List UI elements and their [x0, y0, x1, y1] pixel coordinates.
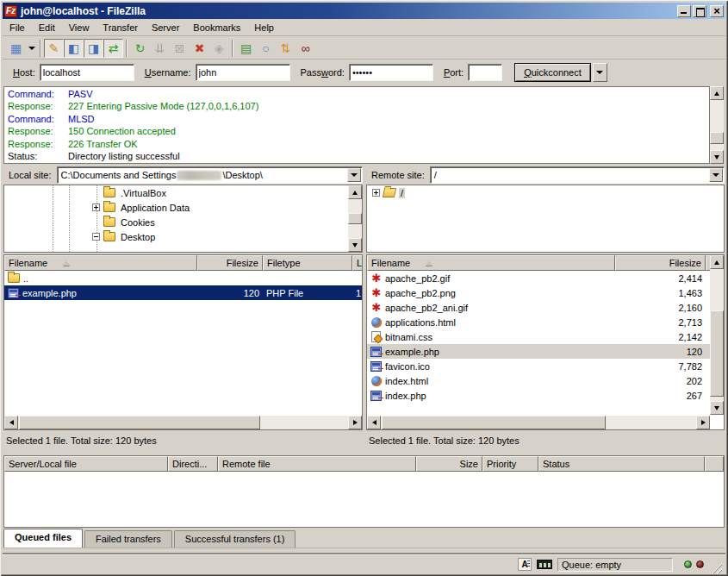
scrollbar-thumb[interactable] [710, 132, 724, 144]
file-cell [352, 271, 362, 285]
tab-failed-transfers[interactable]: Failed transfers [84, 530, 172, 548]
username-field[interactable] [196, 64, 290, 81]
scrollbar-thumb[interactable] [710, 310, 724, 397]
filename-text: apache_pb2.gif [385, 273, 450, 284]
host-label-accel: H [13, 67, 20, 78]
toggle-transfer-queue-button[interactable]: ⇄ [103, 39, 123, 58]
queue-column-priority[interactable]: Priority [482, 456, 538, 472]
menu-server[interactable]: Server [145, 21, 186, 34]
directory-comparison-button[interactable]: ○ [256, 39, 276, 58]
file-row[interactable]: bitnami.css2,142 [367, 329, 710, 344]
collapse-icon[interactable] [92, 233, 100, 241]
queue-column-status[interactable]: Status [538, 456, 705, 472]
column-header-filesize[interactable]: Filesize [615, 255, 706, 271]
local-list-hscrollbar[interactable] [4, 416, 362, 429]
expand-icon[interactable] [372, 189, 380, 197]
column-header-l[interactable]: L [352, 255, 363, 271]
remote-list-vscrollbar[interactable] [710, 255, 724, 415]
tree-item[interactable]: Cookies [4, 215, 362, 229]
tab-successful-transfers-[interactable]: Successful transfers (1) [174, 530, 296, 548]
tree-item[interactable]: / [367, 185, 724, 200]
disconnect-button[interactable]: ✖ [190, 39, 209, 58]
local-site-combo[interactable]: C:\Documents and Settings\Desktop\ [57, 166, 363, 184]
menu-file[interactable]: File [3, 21, 32, 34]
maximize-button[interactable] [693, 5, 706, 17]
expand-icon[interactable] [92, 203, 100, 211]
refresh-button[interactable]: ↻ [130, 39, 150, 58]
file-row[interactable]: apache_pb2.png1,463 [367, 285, 710, 300]
tree-item[interactable]: .VirtualBox [4, 185, 362, 200]
resize-grip[interactable] [711, 562, 722, 573]
menu-view[interactable]: View [62, 21, 96, 34]
window-title: john@localhost - FileZilla [21, 5, 675, 17]
toggle-remote-tree-button[interactable]: ◨ [84, 39, 103, 58]
toggle-message-log-button[interactable]: ✎ [44, 39, 64, 58]
file-row[interactable]: favicon.ico7,782 [367, 359, 710, 373]
toolbar-separator [232, 40, 233, 57]
filename-text: apache_pb2_ani.gif [385, 303, 468, 313]
queue-column-size[interactable]: Size [416, 456, 482, 472]
local-tree-scrollbar[interactable] [348, 185, 362, 252]
synchronized-browsing-button[interactable]: ⇅ [276, 39, 296, 58]
tree-item-label[interactable]: Application Data [119, 203, 191, 213]
site-manager-dropdown[interactable] [26, 39, 37, 58]
menu-edit[interactable]: Edit [32, 21, 62, 34]
remote-list-header: FilenameFilesize [367, 255, 710, 271]
menu-bookmarks[interactable]: Bookmarks [186, 21, 247, 34]
file-row[interactable]: .. [4, 271, 362, 285]
tree-item-label[interactable]: Desktop [119, 232, 157, 242]
menu-transfer[interactable]: Transfer [96, 21, 145, 34]
scroll-down-icon [714, 406, 719, 410]
column-header-filetype[interactable]: Filetype [263, 255, 352, 271]
file-cell [263, 271, 352, 285]
queue-column-serverlocalfile[interactable]: Server/Local file [4, 456, 168, 472]
port-field[interactable] [468, 64, 502, 81]
file-row[interactable]: example.php120PHP File1 [4, 285, 362, 300]
scrollbar-thumb[interactable] [348, 213, 362, 224]
file-row[interactable]: example.php120 [367, 344, 710, 359]
remote-site-combo[interactable]: / [430, 166, 725, 184]
chevron-down-icon [351, 173, 358, 177]
remote-list-hscrollbar[interactable] [367, 416, 710, 429]
tree-item[interactable]: Application Data [4, 200, 362, 215]
column-header-filename[interactable]: Filename [4, 255, 197, 271]
file-row[interactable]: apache_pb2.gif2,414 [367, 271, 710, 285]
php-icon [370, 361, 382, 372]
find-files-button[interactable]: ∞ [296, 39, 315, 58]
quickconnect-button[interactable]: Quickconnect [514, 63, 591, 82]
log-line-label: Command: [4, 88, 68, 100]
file-row[interactable]: index.html202 [367, 373, 710, 388]
host-field[interactable] [40, 64, 134, 81]
scrollbar-thumb[interactable] [19, 416, 260, 429]
queue-column-remotefile[interactable]: Remote file [218, 456, 416, 472]
password-field[interactable] [349, 64, 433, 81]
tab-queued-files[interactable]: Queued files [3, 529, 83, 548]
tree-item-label[interactable]: / [399, 188, 405, 198]
minimize-button[interactable] [677, 5, 691, 17]
cancel-operation-icon: ⊠ [175, 41, 185, 55]
queue-column-directi[interactable]: Directi... [168, 456, 218, 472]
filename-text: index.php [385, 391, 426, 401]
file-row[interactable]: index.php267 [367, 388, 710, 403]
tree-item[interactable]: Desktop [4, 229, 362, 244]
local-site-dropdown[interactable] [347, 168, 361, 182]
column-header-filesize[interactable]: Filesize [197, 255, 263, 271]
local-path-suffix: \Desktop\ [222, 170, 262, 180]
menu-help[interactable]: Help [247, 21, 281, 34]
tree-item-label[interactable]: .VirtualBox [119, 188, 168, 198]
queue-status-text: Queue: empty [562, 560, 621, 570]
quickconnect-dropdown[interactable] [593, 63, 607, 82]
close-button[interactable] [710, 5, 724, 17]
site-manager-button[interactable]: ▦ [6, 39, 26, 58]
file-row[interactable]: applications.html2,713 [367, 315, 710, 329]
log-line: Response:226 Transfer OK [4, 138, 709, 150]
scrollbar-thumb[interactable] [382, 416, 606, 429]
tree-item-label[interactable]: Cookies [119, 217, 157, 228]
toggle-local-tree-button[interactable]: ◧ [64, 39, 84, 58]
file-row[interactable]: apache_pb2_ani.gif2,160 [367, 300, 710, 315]
directory-listing-filters-button[interactable]: ▤ [236, 39, 256, 58]
remote-site-dropdown[interactable] [709, 168, 723, 182]
remote-site-row: Remote site: / [366, 166, 725, 184]
column-header-filename[interactable]: Filename [367, 255, 615, 271]
message-log-scrollbar[interactable] [710, 86, 724, 164]
